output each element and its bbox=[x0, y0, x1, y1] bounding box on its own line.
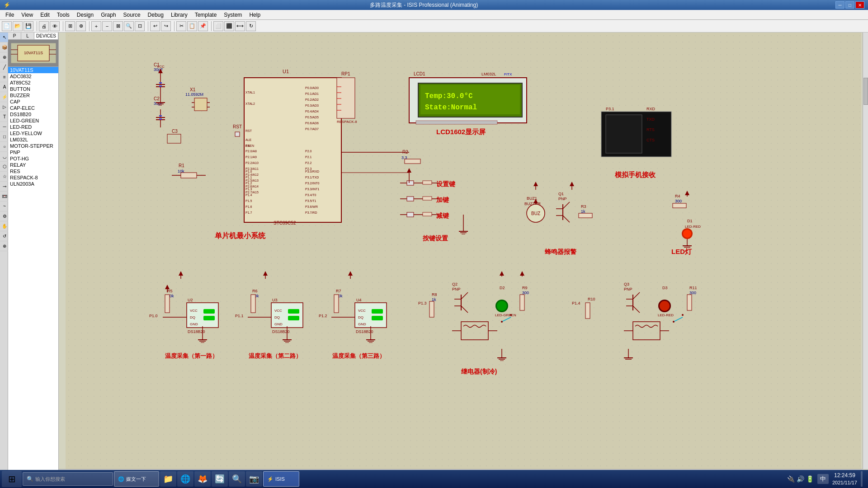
bus-tool[interactable]: ≡ bbox=[0, 72, 9, 82]
device-at89c52[interactable]: AT89C52 bbox=[8, 80, 58, 86]
device-cap-elec[interactable]: CAP-ELEC bbox=[8, 105, 58, 111]
pan-tool[interactable]: ✋ bbox=[0, 221, 9, 231]
block2-button[interactable]: ⬛ bbox=[224, 21, 234, 31]
battery-icon[interactable]: 🔋 bbox=[806, 475, 814, 483]
wire-tool[interactable]: ╱ bbox=[0, 62, 9, 72]
taskbar-app-refresh[interactable]: 🔄 bbox=[212, 471, 228, 487]
tab-l[interactable]: L bbox=[21, 33, 34, 39]
device-buzzer[interactable]: BUZZER bbox=[8, 92, 58, 99]
label-tool[interactable]: A bbox=[0, 82, 9, 92]
minimize-button[interactable]: ─ bbox=[835, 1, 844, 9]
volume-icon[interactable]: 🔊 bbox=[797, 475, 804, 483]
symbol-tool[interactable]: ☆ bbox=[0, 172, 9, 182]
taskbar-app-isis[interactable]: ⚡ ISIS bbox=[263, 471, 299, 487]
menu-file[interactable]: File bbox=[2, 11, 18, 19]
menu-template[interactable]: Template bbox=[191, 11, 221, 19]
select-tool[interactable]: ↖ bbox=[0, 33, 9, 42]
zoom-in-button[interactable]: + bbox=[91, 21, 101, 31]
tab-devices[interactable]: DEVICES bbox=[34, 33, 58, 39]
box-tool[interactable]: □ bbox=[0, 132, 9, 142]
zoom-area-button[interactable]: 🔍 bbox=[124, 21, 134, 31]
mirror-button[interactable]: ⟷ bbox=[235, 21, 245, 31]
zoom-select-button[interactable]: ⊡ bbox=[135, 21, 145, 31]
menu-design[interactable]: Design bbox=[73, 11, 97, 19]
device-pot-hg[interactable]: POT-HG bbox=[8, 155, 58, 162]
power-tool[interactable]: ⚡ bbox=[0, 92, 9, 102]
show-desktop-button[interactable] bbox=[861, 471, 863, 487]
maximize-button[interactable]: □ bbox=[845, 1, 854, 9]
menu-help[interactable]: Help bbox=[245, 11, 264, 19]
print-button[interactable]: 🖨 bbox=[39, 21, 49, 31]
port-tool[interactable]: ▷ bbox=[0, 102, 9, 112]
menu-system[interactable]: System bbox=[220, 11, 245, 19]
schematic-canvas[interactable]: C1 30pF C2 30pF X1 11.0592M bbox=[59, 33, 868, 474]
undo-button[interactable]: ↩ bbox=[150, 21, 160, 31]
search-bar[interactable]: 🔍 输入你想搜索 bbox=[23, 472, 113, 486]
device-res[interactable]: RES bbox=[8, 168, 58, 174]
menu-debug[interactable]: Debug bbox=[144, 11, 167, 19]
taskbar-app-wangyi[interactable]: 🌐 媒文一下 bbox=[114, 471, 159, 487]
zoom2-tool[interactable]: ⊕ bbox=[0, 241, 9, 251]
menu-source[interactable]: Source bbox=[120, 11, 144, 19]
line-tool[interactable]: ─ bbox=[0, 122, 9, 132]
device-button[interactable]: BUTTON bbox=[8, 86, 58, 92]
menu-view[interactable]: View bbox=[18, 11, 37, 19]
new-button[interactable]: 📄 bbox=[2, 21, 12, 31]
block-button[interactable]: ⬜ bbox=[213, 21, 223, 31]
taskbar-app-chrome[interactable]: 🌐 bbox=[177, 471, 193, 487]
device-led-yellow[interactable]: LED-YELLOW bbox=[8, 130, 58, 136]
close-button[interactable]: ✕ bbox=[855, 1, 864, 9]
menu-edit[interactable]: Edit bbox=[37, 11, 53, 19]
open-button[interactable]: 📂 bbox=[13, 21, 23, 31]
device-adc0832[interactable]: ADC0832 bbox=[8, 73, 58, 80]
probe-tool[interactable]: ⊸ bbox=[0, 182, 9, 192]
tape-tool[interactable]: 📼 bbox=[0, 192, 9, 202]
motor-tool[interactable]: ⚙ bbox=[0, 211, 9, 221]
device-motor-stepper[interactable]: MOTOR-STEPPER bbox=[8, 143, 58, 149]
rotate-button[interactable]: ↻ bbox=[246, 21, 256, 31]
save-button[interactable]: 💾 bbox=[24, 21, 33, 31]
tab-p[interactable]: P bbox=[8, 33, 21, 39]
device-cap[interactable]: CAP bbox=[8, 99, 58, 105]
paste-button[interactable]: 📌 bbox=[198, 21, 208, 31]
menu-library[interactable]: Library bbox=[167, 11, 191, 19]
gen-tool[interactable]: ~ bbox=[0, 202, 9, 211]
datetime-display[interactable]: 12:24:59 2021/11/17 bbox=[832, 472, 857, 486]
poly-tool[interactable]: ⬡ bbox=[0, 162, 9, 172]
device-ds18b20[interactable]: DS18B20 bbox=[8, 111, 58, 117]
device-led-green[interactable]: LED-GREEN bbox=[8, 117, 58, 124]
network-icon[interactable]: 🔌 bbox=[787, 475, 795, 483]
cut-button[interactable]: ✂ bbox=[176, 21, 186, 31]
taskbar-app-search2[interactable]: 🔍 bbox=[229, 471, 245, 487]
arc-tool[interactable]: ◡ bbox=[0, 152, 9, 162]
device-10vat11s[interactable]: 10VAT11S bbox=[8, 67, 58, 73]
junction-tool[interactable]: ⊕ bbox=[0, 52, 9, 62]
redo-button[interactable]: ↪ bbox=[161, 21, 171, 31]
vertical-scrollbar[interactable] bbox=[863, 33, 868, 469]
print-preview-button[interactable]: 👁 bbox=[50, 21, 60, 31]
menu-graph[interactable]: Graph bbox=[97, 11, 119, 19]
device-led-red[interactable]: LED-RED bbox=[8, 124, 58, 130]
menu-tools[interactable]: Tools bbox=[53, 11, 73, 19]
device-uln2003a[interactable]: ULN2003A bbox=[8, 181, 58, 187]
svg-text:P0.7/AD7: P0.7/AD7 bbox=[305, 127, 319, 131]
input-method[interactable]: 中 bbox=[817, 474, 829, 484]
zoom-fit-button[interactable]: ⊠ bbox=[113, 21, 123, 31]
rotation-tool[interactable]: ↺ bbox=[0, 231, 9, 241]
device-pnp[interactable]: PNP bbox=[8, 149, 58, 155]
device-relay[interactable]: RELAY bbox=[8, 162, 58, 168]
taskbar-app-explorer[interactable]: 📁 bbox=[160, 471, 176, 487]
start-button[interactable]: ⊞ bbox=[2, 471, 22, 487]
taskbar-app-camera[interactable]: 📷 bbox=[246, 471, 262, 487]
taskbar-app-firefox[interactable]: 🦊 bbox=[194, 471, 211, 487]
text-tool[interactable]: T bbox=[0, 112, 9, 122]
toolbar: 📄 📂 💾 🖨 👁 ⊞ ⊕ + − ⊠ 🔍 ⊡ ↩ ↪ ✂ 📋 📌 ⬜ ⬛ ⟷ … bbox=[0, 20, 868, 33]
origin-button[interactable]: ⊕ bbox=[76, 21, 86, 31]
device-lm032l[interactable]: LM032L bbox=[8, 136, 58, 143]
device-respack-8[interactable]: RESPACK-8 bbox=[8, 174, 58, 181]
zoom-out-button[interactable]: − bbox=[102, 21, 112, 31]
grid-button[interactable]: ⊞ bbox=[65, 21, 75, 31]
circle-tool[interactable]: ○ bbox=[0, 142, 9, 152]
copy-button[interactable]: 📋 bbox=[187, 21, 197, 31]
component-tool[interactable]: 📦 bbox=[0, 42, 9, 52]
